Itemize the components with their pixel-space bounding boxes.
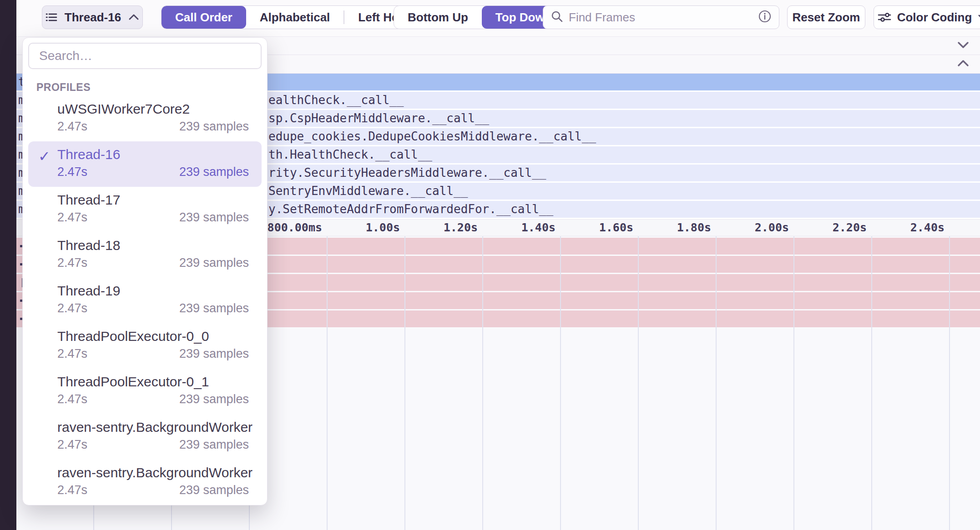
axis-tick-label: 2.40s xyxy=(910,220,949,236)
frame-text: rity.SecurityHeadersMiddleware.__call__ xyxy=(268,165,546,181)
dropdown-searchbox[interactable] xyxy=(28,43,262,69)
profile-samples: 239 samples xyxy=(179,120,249,134)
chevron-up-icon xyxy=(127,13,140,21)
profile-duration: 2.47s xyxy=(57,438,87,452)
profiler-flamegraph-app: Thread-16 Call Order Alphabetical Left H… xyxy=(0,0,980,530)
profile-option-thread-16[interactable]: ✓ Thread-16 2.47s 239 samples xyxy=(28,141,262,187)
checkmark-icon: ✓ xyxy=(38,148,51,165)
frame-text: SentryEnvMiddleware.__call__ xyxy=(268,183,468,200)
profile-name: Thread-16 xyxy=(57,146,120,163)
frame-text: sp.CspHeaderMiddleware.__call__ xyxy=(268,110,489,127)
time-gridline xyxy=(482,236,483,530)
profile-option-thread-17[interactable]: ✓ Thread-17 2.47s 239 samples xyxy=(28,187,262,232)
profile-name: ThreadPoolExecutor-0_0 xyxy=(57,328,209,345)
profile-option-raven-sentry-backgroundworker-1[interactable]: ✓ raven-sentry.BackgroundWorker 2.47s 23… xyxy=(28,414,262,460)
profile-duration: 2.47s xyxy=(57,483,87,497)
direction-segmented-control: Bottom Up Top Down xyxy=(394,5,566,29)
axis-tick-label: 2.00s xyxy=(755,220,793,236)
search-icon xyxy=(551,10,563,25)
profile-name: raven-sentry.BackgroundWorker xyxy=(57,465,253,481)
axis-tick-label: 1.20s xyxy=(444,220,482,236)
color-coding-label: Color Coding xyxy=(897,10,972,25)
dropdown-search-input[interactable] xyxy=(39,49,251,63)
profile-samples: 239 samples xyxy=(179,165,249,179)
color-coding-button[interactable]: Color Coding xyxy=(874,5,980,29)
axis-tick-label: 1.60s xyxy=(599,220,638,236)
axis-tick-label: 800.00ms xyxy=(268,220,327,236)
profiles-section-label: PROFILES xyxy=(36,81,91,94)
chevron-down-icon[interactable] xyxy=(956,41,970,51)
profile-duration: 2.47s xyxy=(57,210,87,225)
time-gridline xyxy=(871,236,872,530)
profile-duration: 2.47s xyxy=(57,301,87,315)
frame-text: ealthCheck.__call__ xyxy=(268,92,404,109)
profile-option-threadpoolexecutor-0-1[interactable]: ✓ ThreadPoolExecutor-0_1 2.47s 239 sampl… xyxy=(28,369,262,414)
profile-duration: 2.47s xyxy=(57,256,87,270)
frame-text: y.SetRemoteAddrFromForwardedFor.__call__ xyxy=(268,201,553,218)
frame-text: edupe_cookies.DedupeCookiesMiddleware.__… xyxy=(268,128,596,145)
thread-selector-label: Thread-16 xyxy=(65,10,121,25)
chevron-down-icon xyxy=(977,14,980,21)
time-gridline xyxy=(638,236,639,530)
time-gridline xyxy=(716,236,717,530)
time-gridline xyxy=(327,236,328,530)
profile-duration: 2.47s xyxy=(57,347,87,361)
profile-option-raven-sentry-backgroundworker-2[interactable]: ✓ raven-sentry.BackgroundWorker 2.47s 23… xyxy=(28,460,262,505)
tab-bottom-up[interactable]: Bottom Up xyxy=(394,6,482,29)
info-icon[interactable] xyxy=(758,10,772,25)
axis-tick-label: 2.20s xyxy=(833,220,871,236)
profiles-list: ✓ uWSGIWorker7Core2 2.47s 239 samples ✓ … xyxy=(28,96,262,505)
time-gridline xyxy=(560,236,561,530)
reset-zoom-button[interactable]: Reset Zoom xyxy=(787,5,865,29)
profile-samples: 239 samples xyxy=(179,256,249,270)
profile-option-thread-19[interactable]: ✓ Thread-19 2.47s 239 samples xyxy=(28,278,262,323)
profile-name: uWSGIWorker7Core2 xyxy=(57,101,190,117)
sliders-icon xyxy=(877,11,892,24)
axis-tick-label: 1.40s xyxy=(521,220,560,236)
profile-samples: 239 samples xyxy=(179,210,249,225)
profile-duration: 2.47s xyxy=(57,120,87,134)
profile-samples: 239 samples xyxy=(179,392,249,406)
profile-option-thread-18[interactable]: ✓ Thread-18 2.47s 239 samples xyxy=(28,232,262,278)
app-sidebar-rail xyxy=(0,0,16,530)
profile-name: Thread-17 xyxy=(57,192,120,208)
profile-name: Thread-18 xyxy=(57,237,120,254)
time-gridline xyxy=(793,236,794,530)
thread-selector-button[interactable]: Thread-16 xyxy=(42,5,143,29)
find-frames-searchbox[interactable] xyxy=(543,5,779,29)
tab-call-order[interactable]: Call Order xyxy=(162,6,246,29)
profile-samples: 239 samples xyxy=(179,301,249,315)
tab-alphabetical[interactable]: Alphabetical xyxy=(246,6,344,29)
time-gridline xyxy=(404,236,405,530)
profile-option-threadpoolexecutor-0-0[interactable]: ✓ ThreadPoolExecutor-0_0 2.47s 239 sampl… xyxy=(28,323,262,369)
list-icon xyxy=(45,10,58,24)
profile-samples: 239 samples xyxy=(179,347,249,361)
profile-duration: 2.47s xyxy=(57,392,87,406)
axis-tick-label: 1.00s xyxy=(366,220,404,236)
profile-samples: 239 samples xyxy=(179,438,249,452)
find-frames-input[interactable] xyxy=(569,10,753,25)
toolbar: Thread-16 Call Order Alphabetical Left H… xyxy=(16,0,980,36)
profile-name: ThreadPoolExecutor-0_1 xyxy=(57,374,209,390)
profile-name: raven-sentry.BackgroundWorker xyxy=(57,419,253,435)
profile-option-uwsgiworker7core2[interactable]: ✓ uWSGIWorker7Core2 2.47s 239 samples xyxy=(28,96,262,141)
profile-name: Thread-19 xyxy=(57,283,120,299)
sort-segmented-control: Call Order Alphabetical Left Heavy xyxy=(161,5,432,29)
axis-tick-label: 1.80s xyxy=(677,220,716,236)
time-gridline xyxy=(949,236,950,530)
frame-text: th.HealthCheck.__call__ xyxy=(268,146,432,163)
thread-selector-dropdown: PROFILES ✓ uWSGIWorker7Core2 2.47s 239 s… xyxy=(22,37,268,505)
profile-duration: 2.47s xyxy=(57,165,87,179)
profile-samples: 239 samples xyxy=(179,483,249,497)
chevron-up-icon[interactable] xyxy=(956,59,970,69)
